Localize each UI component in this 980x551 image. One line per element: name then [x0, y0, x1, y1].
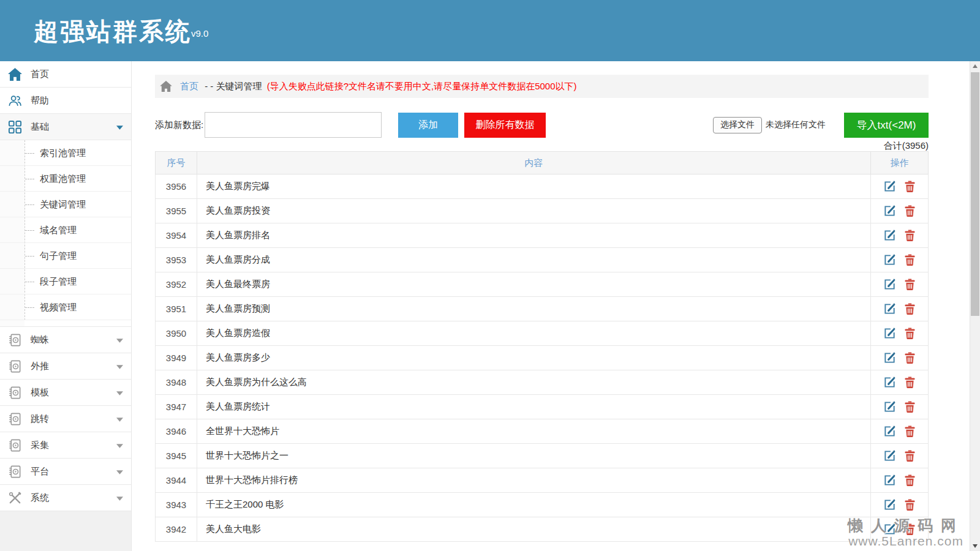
add-data-input[interactable] [205, 112, 382, 138]
table-row: 3946全世界十大恐怖片 [156, 419, 929, 444]
edit-button[interactable] [883, 229, 896, 242]
row-index-cell: 3949 [156, 346, 197, 370]
delete-button[interactable] [903, 327, 916, 340]
sidebar-item-system[interactable]: 系统 [0, 485, 131, 511]
row-content-cell: 美人鱼票房排名 [197, 223, 871, 248]
delete-button[interactable] [903, 498, 916, 511]
sidebar-subitem-domain[interactable]: 域名管理 [0, 217, 131, 243]
sidebar-subitem-sentence[interactable]: 句子管理 [0, 243, 131, 269]
row-content-cell: 美人鱼票房完爆 [197, 174, 871, 199]
add-data-label: 添加新数据: [155, 119, 205, 131]
import-txt-button[interactable]: 导入txt(<2M) [844, 113, 929, 138]
sidebar-subitem-video[interactable]: 视频管理 [0, 294, 131, 320]
edit-button[interactable] [883, 351, 896, 364]
edit-button[interactable] [883, 449, 896, 462]
row-actions-cell [871, 199, 929, 223]
row-content-cell: 美人鱼票房投资 [197, 199, 871, 223]
scrollbar-thumb[interactable] [971, 72, 979, 316]
sidebar-item-spider[interactable]: 蜘蛛 [0, 327, 131, 353]
row-actions-cell [871, 321, 929, 346]
row-actions-cell [871, 419, 929, 444]
sidebar-item-label: 首页 [31, 69, 49, 80]
book-icon [8, 386, 22, 400]
row-index-cell: 3944 [156, 468, 197, 493]
delete-button[interactable] [903, 400, 916, 413]
table-row: 3951美人鱼票房预测 [156, 297, 929, 321]
delete-button[interactable] [903, 351, 916, 364]
edit-button[interactable] [883, 278, 896, 291]
delete-button[interactable] [903, 302, 916, 315]
choose-file-button[interactable]: 选择文件 [713, 117, 762, 133]
sidebar-item-template[interactable]: 模板 [0, 380, 131, 406]
row-index-cell: 3953 [156, 248, 197, 272]
grid-icon [8, 120, 22, 134]
sidebar-subitem-weight-pool[interactable]: 权重池管理 [0, 166, 131, 192]
row-content-cell: 世界十大恐怖片之一 [197, 444, 871, 468]
watermark-site-name: 懒人源码网 [848, 515, 964, 536]
edit-button[interactable] [883, 253, 896, 266]
row-content-cell: 美人鱼票房造假 [197, 321, 871, 346]
chevron-down-icon [116, 126, 123, 130]
sidebar-item-home[interactable]: 首页 [0, 61, 131, 88]
book-icon [8, 412, 22, 426]
edit-button[interactable] [883, 302, 896, 315]
delete-button[interactable] [903, 278, 916, 291]
edit-icon [883, 302, 896, 315]
edit-button[interactable] [883, 204, 896, 217]
sidebar-item-label: 帮助 [31, 95, 49, 107]
import-warning-link[interactable]: (导入失败点此链接?文件名请不要用中文,请尽量保持单文件数据在5000以下) [267, 81, 577, 92]
row-index-cell: 3954 [156, 223, 197, 248]
row-actions-cell [871, 346, 929, 370]
edit-button[interactable] [883, 376, 896, 389]
delete-button[interactable] [903, 204, 916, 217]
scroll-up-arrow[interactable] [970, 61, 980, 72]
sidebar-item-help[interactable]: 帮助 [0, 88, 131, 114]
col-header-actions: 操作 [871, 152, 929, 174]
trash-icon [903, 474, 916, 487]
sidebar-subitem-paragraph[interactable]: 段子管理 [0, 269, 131, 294]
trash-icon [903, 376, 916, 389]
row-content-cell: 世界十大恐怖片排行榜 [197, 468, 871, 493]
sidebar-item-label: 平台 [31, 466, 49, 478]
row-actions-cell [871, 370, 929, 395]
sidebar-item-outreach[interactable]: 外推 [0, 353, 131, 380]
edit-icon [883, 229, 896, 242]
sidebar-item-redirect[interactable]: 跳转 [0, 406, 131, 432]
edit-button[interactable] [883, 425, 896, 438]
row-content-cell: 美人鱼大电影 [197, 517, 871, 542]
sidebar-item-platform[interactable]: 平台 [0, 459, 131, 485]
home-icon [160, 81, 172, 92]
sidebar-item-label: 跳转 [31, 413, 49, 425]
table-row: 3955美人鱼票房投资 [156, 199, 929, 223]
row-actions-cell [871, 272, 929, 297]
delete-button[interactable] [903, 229, 916, 242]
edit-button[interactable] [883, 400, 896, 413]
delete-button[interactable] [903, 474, 916, 487]
add-button[interactable]: 添加 [398, 113, 458, 138]
delete-button[interactable] [903, 180, 916, 193]
edit-icon [883, 278, 896, 291]
row-content-cell: 美人鱼票房为什么这么高 [197, 370, 871, 395]
edit-button[interactable] [883, 180, 896, 193]
edit-button[interactable] [883, 498, 896, 511]
row-actions-cell [871, 395, 929, 419]
scrollbar[interactable] [970, 61, 980, 551]
delete-all-button[interactable]: 删除所有数据 [464, 113, 546, 138]
sidebar-item-base[interactable]: 基础 [0, 114, 131, 140]
scroll-down-arrow[interactable] [970, 541, 980, 551]
sidebar-submenu-base: 索引池管理权重池管理关键词管理域名管理句子管理段子管理视频管理 [0, 140, 131, 327]
sidebar-subitem-keyword[interactable]: 关键词管理 [0, 192, 131, 217]
edit-button[interactable] [883, 327, 896, 340]
delete-button[interactable] [903, 253, 916, 266]
sidebar-item-collect[interactable]: 采集 [0, 432, 131, 459]
breadcrumb-home-link[interactable]: 首页 [180, 81, 198, 92]
delete-button[interactable] [903, 376, 916, 389]
edit-button[interactable] [883, 474, 896, 487]
sidebar-item-label: 蜘蛛 [31, 334, 49, 346]
sidebar-subitem-index-pool[interactable]: 索引池管理 [0, 140, 131, 166]
trash-icon [903, 180, 916, 193]
delete-button[interactable] [903, 425, 916, 438]
row-index-cell: 3948 [156, 370, 197, 395]
delete-button[interactable] [903, 449, 916, 462]
trash-icon [903, 278, 916, 291]
